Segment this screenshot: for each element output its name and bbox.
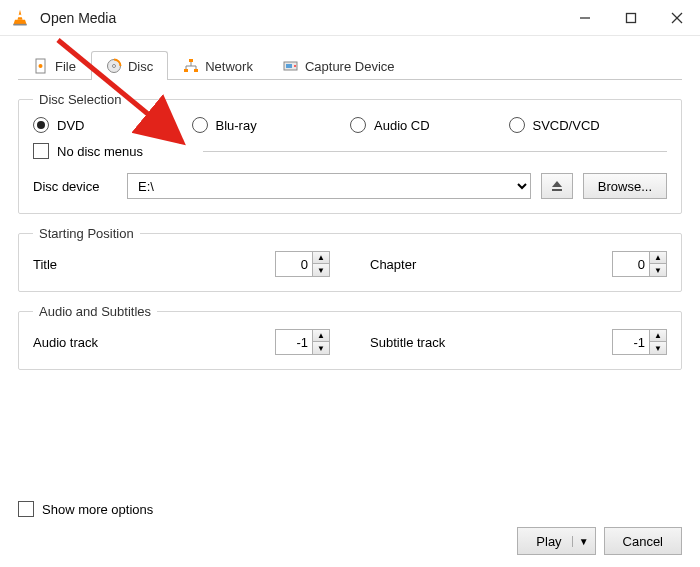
chapter-step-down[interactable]: ▼ xyxy=(650,264,666,276)
checkbox-show-more-label: Show more options xyxy=(42,502,153,517)
cancel-button-label: Cancel xyxy=(623,534,663,549)
checkbox-show-more-box xyxy=(18,501,34,517)
radio-svcd-indicator xyxy=(509,117,525,133)
title-spinner[interactable]: ▲▼ xyxy=(275,251,330,277)
radio-dvd-label: DVD xyxy=(57,118,84,133)
play-button[interactable]: Play ▼ xyxy=(517,527,595,555)
radio-bluray-label: Blu-ray xyxy=(216,118,257,133)
audio-track-spinner[interactable]: ▲▼ xyxy=(275,329,330,355)
tab-disc-label: Disc xyxy=(128,59,153,74)
subtitle-step-down[interactable]: ▼ xyxy=(650,342,666,354)
play-dropdown-caret[interactable]: ▼ xyxy=(572,536,589,547)
title-step-down[interactable]: ▼ xyxy=(313,264,329,276)
chapter-spinner[interactable]: ▲▼ xyxy=(612,251,667,277)
chapter-label: Chapter xyxy=(370,257,612,272)
vlc-icon xyxy=(10,8,30,28)
svg-rect-9 xyxy=(189,59,193,62)
svg-rect-2 xyxy=(627,13,636,22)
disc-selection-group: Disc Selection DVD Blu-ray Audio CD SVCD… xyxy=(18,92,682,214)
chapter-step-up[interactable]: ▲ xyxy=(650,252,666,264)
checkbox-show-more[interactable]: Show more options xyxy=(18,501,682,517)
play-button-label: Play xyxy=(536,534,561,549)
tab-capture[interactable]: Capture Device xyxy=(268,51,410,80)
maximize-button[interactable] xyxy=(608,0,654,36)
subtitle-track-input[interactable] xyxy=(613,330,649,354)
radio-svcd[interactable]: SVCD/VCD xyxy=(509,117,668,133)
eject-icon xyxy=(551,180,563,192)
radio-svcd-label: SVCD/VCD xyxy=(533,118,600,133)
tab-file[interactable]: File xyxy=(18,51,91,80)
starting-position-legend: Starting Position xyxy=(33,226,140,241)
chapter-input[interactable] xyxy=(613,252,649,276)
title-input[interactable] xyxy=(276,252,312,276)
radio-bluray-indicator xyxy=(192,117,208,133)
svg-point-14 xyxy=(294,65,296,67)
audio-track-label: Audio track xyxy=(33,335,275,350)
checkbox-no-menus-box xyxy=(33,143,49,159)
radio-audiocd[interactable]: Audio CD xyxy=(350,117,509,133)
svg-point-8 xyxy=(112,65,115,68)
svg-rect-10 xyxy=(184,69,188,72)
subtitle-track-spinner[interactable]: ▲▼ xyxy=(612,329,667,355)
eject-button[interactable] xyxy=(541,173,573,199)
audio-step-up[interactable]: ▲ xyxy=(313,330,329,342)
svg-rect-0 xyxy=(13,23,26,25)
disc-device-label: Disc device xyxy=(33,179,117,194)
disc-icon xyxy=(106,58,122,74)
svg-rect-15 xyxy=(552,189,562,191)
audio-track-input[interactable] xyxy=(276,330,312,354)
audio-subtitles-group: Audio and Subtitles Audio track ▲▼ Subti… xyxy=(18,304,682,370)
subtitle-track-label: Subtitle track xyxy=(370,335,612,350)
disc-selection-legend: Disc Selection xyxy=(33,92,127,107)
titlebar: Open Media xyxy=(0,0,700,36)
tab-file-label: File xyxy=(55,59,76,74)
tab-disc[interactable]: Disc xyxy=(91,51,168,80)
radio-audiocd-label: Audio CD xyxy=(374,118,430,133)
tab-network[interactable]: Network xyxy=(168,51,268,80)
title-label: Title xyxy=(33,257,275,272)
tab-network-label: Network xyxy=(205,59,253,74)
checkbox-no-menus[interactable]: No disc menus xyxy=(33,143,193,159)
divider xyxy=(203,151,667,152)
audio-step-down[interactable]: ▼ xyxy=(313,342,329,354)
svg-point-6 xyxy=(39,64,43,68)
checkbox-no-menus-label: No disc menus xyxy=(57,144,143,159)
window-title: Open Media xyxy=(40,10,562,26)
file-icon xyxy=(33,58,49,74)
svg-rect-11 xyxy=(194,69,198,72)
capture-icon xyxy=(283,58,299,74)
tab-capture-label: Capture Device xyxy=(305,59,395,74)
radio-dvd-indicator xyxy=(33,117,49,133)
svg-rect-13 xyxy=(286,64,292,68)
radio-audiocd-indicator xyxy=(350,117,366,133)
browse-button[interactable]: Browse... xyxy=(583,173,667,199)
close-button[interactable] xyxy=(654,0,700,36)
radio-dvd[interactable]: DVD xyxy=(33,117,192,133)
audio-subtitles-legend: Audio and Subtitles xyxy=(33,304,157,319)
disc-device-select[interactable]: E:\ xyxy=(127,173,531,199)
radio-bluray[interactable]: Blu-ray xyxy=(192,117,351,133)
footer: Show more options Play ▼ Cancel xyxy=(18,501,682,555)
subtitle-step-up[interactable]: ▲ xyxy=(650,330,666,342)
tab-bar: File Disc Network Capture Device xyxy=(18,50,682,80)
starting-position-group: Starting Position Title ▲▼ Chapter ▲▼ xyxy=(18,226,682,292)
network-icon xyxy=(183,58,199,74)
cancel-button[interactable]: Cancel xyxy=(604,527,682,555)
title-step-up[interactable]: ▲ xyxy=(313,252,329,264)
minimize-button[interactable] xyxy=(562,0,608,36)
